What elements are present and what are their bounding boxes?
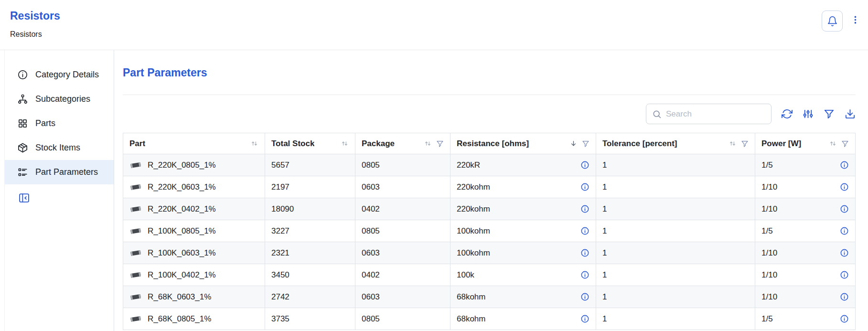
part-photo-icon (129, 271, 142, 279)
sidebar-item-stock-items[interactable]: Stock Items (5, 136, 114, 160)
column-filter-button[interactable] (582, 140, 589, 148)
info-button[interactable] (580, 226, 589, 235)
part-cell: R_100K_0603_1% (123, 242, 265, 264)
page-header-left: Resistors Resistors (10, 10, 60, 39)
filter-button[interactable] (824, 108, 835, 119)
info-button[interactable] (840, 160, 849, 170)
info-button[interactable] (840, 248, 849, 257)
table-row[interactable]: R_100K_0603_1%23210603100kohm 11/10 (123, 242, 856, 264)
cell-value: 1 (602, 248, 607, 258)
cell-value: 1 (602, 226, 607, 236)
part-photo-icon (129, 249, 142, 257)
sort-button[interactable] (424, 139, 432, 148)
tolerance-cell: 1 (596, 154, 755, 176)
sort-both-icon (250, 139, 258, 148)
sort-both-icon (829, 139, 837, 148)
info-button[interactable] (580, 314, 589, 323)
column-filter-button[interactable] (841, 140, 849, 148)
table-row[interactable]: R_100K_0402_1%34500402100k 11/10 (123, 264, 856, 286)
sort-button[interactable] (341, 139, 349, 148)
sidebar-item-label: Category Details (35, 70, 99, 80)
cell-value: R_100K_0402_1% (148, 270, 216, 280)
info-icon (840, 314, 849, 323)
page-header: Resistors Resistors (0, 0, 868, 50)
info-button[interactable] (840, 314, 849, 323)
power-cell: 1/5 (755, 154, 856, 176)
column-header-total-stock[interactable]: Total Stock (265, 133, 355, 154)
package-cell: 0603 (355, 176, 450, 198)
filter-icon (741, 140, 749, 148)
cell-value: 0805 (362, 160, 380, 170)
info-icon (580, 292, 589, 301)
cell-value: 1 (602, 182, 607, 192)
info-button[interactable] (580, 248, 589, 257)
info-icon (580, 270, 589, 279)
part-parameters-table: Part Total Stoc (123, 133, 856, 330)
info-button[interactable] (580, 160, 589, 170)
collapse-sidebar-button[interactable] (18, 192, 30, 205)
info-button[interactable] (840, 204, 849, 214)
info-button[interactable] (580, 182, 589, 192)
table-row[interactable]: R_68K_0603_1%2742060368kohm 11/10 (123, 286, 856, 308)
cell-value: 1 (602, 204, 607, 214)
sidebar-item-subcategories[interactable]: Subcategories (5, 87, 114, 111)
column-label: Package (362, 139, 395, 149)
column-settings-button[interactable] (803, 108, 814, 119)
package-cell: 0603 (355, 242, 450, 264)
column-header-power[interactable]: Power [W] (755, 133, 856, 154)
cell-value: 0805 (362, 226, 380, 236)
sort-button[interactable] (829, 139, 837, 148)
sidebar-item-part-parameters[interactable]: Part Parameters (5, 160, 114, 184)
package-cell: 0805 (355, 220, 450, 242)
column-header-resistance[interactable]: Resistance [ohms] (450, 133, 596, 154)
power-cell: 1/5 (755, 220, 856, 242)
download-button[interactable] (845, 108, 856, 119)
info-button[interactable] (580, 292, 589, 301)
info-button[interactable] (840, 226, 849, 235)
refresh-button[interactable] (782, 108, 793, 119)
sidebar-item-parts[interactable]: Parts (5, 111, 114, 136)
table-row[interactable]: R_220K_0603_1%21970603220kohm 11/10 (123, 176, 856, 198)
info-icon (580, 248, 589, 257)
column-label: Part (129, 139, 145, 149)
sort-button[interactable] (569, 139, 578, 148)
cell-value: 1 (602, 160, 607, 170)
column-filter-button[interactable] (741, 140, 749, 148)
column-header-part[interactable]: Part (123, 133, 265, 154)
resistance-cell: 100k (450, 264, 596, 286)
power-cell: 1/10 (755, 242, 856, 264)
sort-button[interactable] (250, 139, 258, 148)
cell-value: 2321 (271, 248, 289, 258)
column-filter-button[interactable] (436, 140, 444, 148)
cell-value: 1/10 (761, 248, 777, 258)
sort-button[interactable] (729, 139, 737, 148)
table-row[interactable]: R_100K_0805_1%32270805100kohm 11/5 (123, 220, 856, 242)
breadcrumb[interactable]: Resistors (10, 30, 60, 39)
notifications-button[interactable] (822, 11, 843, 32)
cell-value: 0402 (362, 270, 380, 280)
info-icon (17, 69, 28, 80)
table-header-row: Part Total Stoc (123, 133, 856, 154)
table-row[interactable]: R_220K_0805_1%56570805220kR 11/5 (123, 154, 856, 176)
info-icon (580, 314, 589, 323)
search-input[interactable] (666, 109, 765, 119)
info-button[interactable] (840, 270, 849, 279)
table-row[interactable]: R_68K_0805_1%3735080568kohm 11/5 (123, 308, 856, 330)
resistance-cell: 100kohm (450, 220, 596, 242)
overflow-menu-button[interactable] (850, 15, 860, 25)
power-cell: 1/10 (755, 198, 856, 220)
section-title: Part Parameters (123, 66, 856, 79)
cell-value: 3735 (271, 314, 289, 324)
column-header-package[interactable]: Package (355, 133, 450, 154)
info-button[interactable] (840, 182, 849, 192)
total-stock-cell: 3450 (265, 264, 355, 286)
info-button[interactable] (840, 292, 849, 301)
table-row[interactable]: R_220K_0402_1%180900402220kohm 11/10 (123, 198, 856, 220)
info-icon (580, 182, 589, 192)
part-cell: R_68K_0805_1% (123, 308, 265, 330)
column-header-tolerance[interactable]: Tolerance [percent] (596, 133, 755, 154)
sidebar-item-category-details[interactable]: Category Details (5, 63, 114, 87)
bell-icon (827, 16, 838, 27)
info-button[interactable] (580, 204, 589, 214)
info-button[interactable] (580, 270, 589, 279)
